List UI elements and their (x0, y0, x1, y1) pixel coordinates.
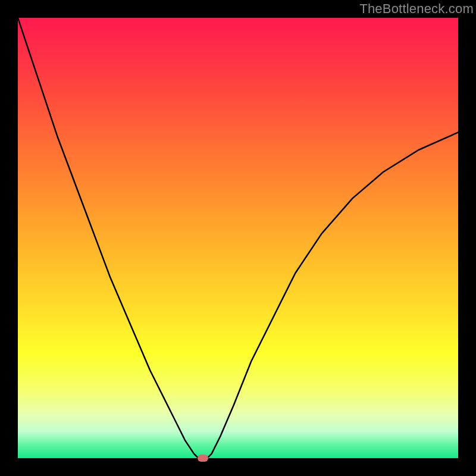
bottleneck-curve (18, 18, 458, 458)
chart-frame: TheBottleneck.com (0, 0, 476, 476)
plot-area (18, 18, 458, 458)
curve-svg (18, 18, 458, 458)
minimum-marker (198, 455, 208, 462)
watermark-text: TheBottleneck.com (359, 1, 474, 17)
